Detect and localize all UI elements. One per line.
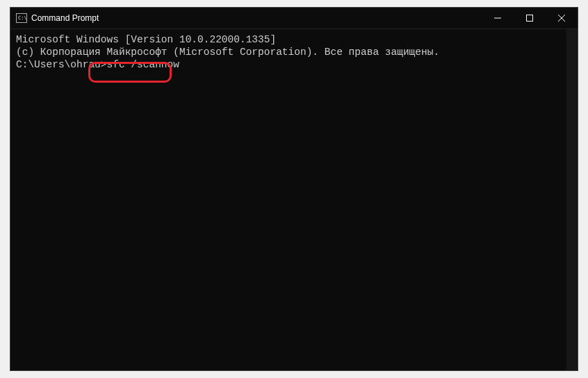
prompt-line: C:\Users\ohrau>sfc /scannow (16, 58, 572, 71)
copyright-line: (c) Корпорация Майкрософт (Microsoft Cor… (16, 46, 572, 58)
prompt-path: C:\Users\ohrau> (16, 58, 107, 71)
window-title: Command Prompt (31, 13, 99, 23)
titlebar[interactable]: C:\ Command Prompt (10, 8, 578, 29)
close-button[interactable] (546, 8, 578, 28)
vertical-scrollbar[interactable] (566, 29, 578, 370)
close-icon (558, 15, 565, 22)
cmd-icon: C:\ (16, 13, 27, 23)
version-line: Microsoft Windows [Version 10.0.22000.13… (16, 33, 572, 46)
minimize-icon (494, 15, 501, 22)
minimize-button[interactable] (482, 8, 514, 28)
typed-command: sfc /scannow (107, 58, 179, 71)
scrollbar-track (566, 29, 578, 370)
maximize-icon (526, 15, 533, 22)
maximize-button[interactable] (514, 8, 546, 28)
titlebar-left: C:\ Command Prompt (10, 13, 99, 23)
command-prompt-window: C:\ Command Prompt Mi (10, 7, 578, 371)
window-controls (482, 8, 578, 28)
cmd-icon-glyph: C:\ (18, 16, 27, 21)
terminal-body[interactable]: Microsoft Windows [Version 10.0.22000.13… (10, 29, 578, 370)
svg-rect-1 (527, 15, 533, 22)
